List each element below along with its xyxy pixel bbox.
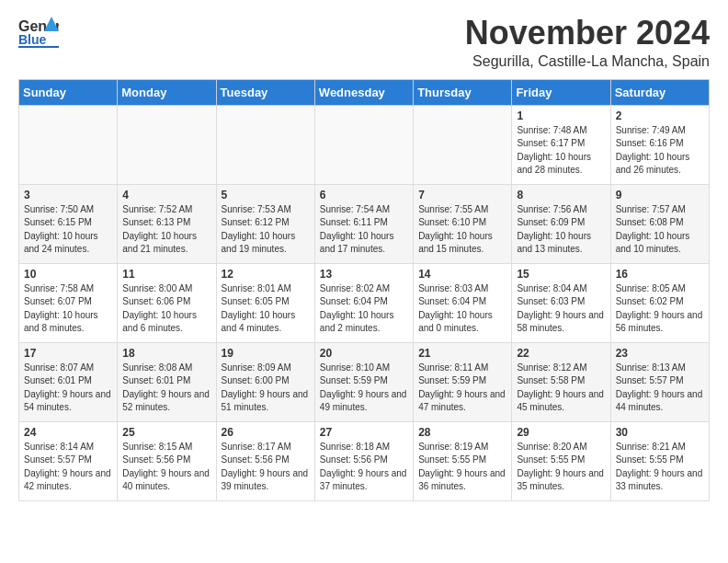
calendar-cell: 8Sunrise: 7:56 AM Sunset: 6:09 PM Daylig… <box>512 184 610 263</box>
weekday-header-saturday: Saturday <box>610 79 709 105</box>
calendar-cell: 11Sunrise: 8:00 AM Sunset: 6:06 PM Dayli… <box>118 263 216 342</box>
calendar-cell: 21Sunrise: 8:11 AM Sunset: 5:59 PM Dayli… <box>414 342 512 421</box>
day-info: Sunrise: 8:00 AM Sunset: 6:06 PM Dayligh… <box>122 282 210 336</box>
calendar-cell: 4Sunrise: 7:52 AM Sunset: 6:13 PM Daylig… <box>118 184 216 263</box>
day-number: 2 <box>616 109 704 122</box>
calendar-cell: 12Sunrise: 8:01 AM Sunset: 6:05 PM Dayli… <box>216 263 314 342</box>
calendar-cell: 17Sunrise: 8:07 AM Sunset: 6:01 PM Dayli… <box>19 342 118 421</box>
calendar-week-4: 24Sunrise: 8:14 AM Sunset: 5:57 PM Dayli… <box>19 421 710 500</box>
day-number: 12 <box>222 268 310 281</box>
weekday-header-sunday: Sunday <box>19 79 118 105</box>
calendar-cell <box>216 105 314 184</box>
day-info: Sunrise: 8:10 AM Sunset: 5:59 PM Dayligh… <box>320 362 408 415</box>
day-number: 4 <box>122 189 210 201</box>
weekday-header-friday: Friday <box>512 79 610 105</box>
weekday-header-thursday: Thursday <box>414 79 512 105</box>
day-number: 30 <box>616 426 704 439</box>
day-info: Sunrise: 7:50 AM Sunset: 6:15 PM Dayligh… <box>24 203 112 257</box>
calendar-cell: 19Sunrise: 8:09 AM Sunset: 6:00 PM Dayli… <box>216 342 314 421</box>
calendar-cell <box>118 105 216 184</box>
day-number: 21 <box>418 347 506 360</box>
day-info: Sunrise: 8:20 AM Sunset: 5:55 PM Dayligh… <box>517 441 605 494</box>
calendar-cell: 10Sunrise: 7:58 AM Sunset: 6:07 PM Dayli… <box>19 263 118 342</box>
logo-icon: General Blue <box>18 15 59 48</box>
weekday-header-row: SundayMondayTuesdayWednesdayThursdayFrid… <box>19 79 710 105</box>
day-number: 19 <box>222 347 310 360</box>
day-number: 16 <box>616 268 704 281</box>
day-info: Sunrise: 7:58 AM Sunset: 6:07 PM Dayligh… <box>24 282 112 336</box>
day-number: 29 <box>517 426 605 439</box>
day-number: 18 <box>122 347 210 360</box>
calendar-cell: 2Sunrise: 7:49 AM Sunset: 6:16 PM Daylig… <box>610 105 709 184</box>
calendar-cell: 1Sunrise: 7:48 AM Sunset: 6:17 PM Daylig… <box>512 105 610 184</box>
calendar-cell: 20Sunrise: 8:10 AM Sunset: 5:59 PM Dayli… <box>314 342 413 421</box>
day-number: 9 <box>616 189 704 201</box>
weekday-header-wednesday: Wednesday <box>314 79 413 105</box>
day-info: Sunrise: 8:14 AM Sunset: 5:57 PM Dayligh… <box>24 441 112 494</box>
calendar: SundayMondayTuesdayWednesdayThursdayFrid… <box>18 79 710 501</box>
day-info: Sunrise: 8:01 AM Sunset: 6:05 PM Dayligh… <box>222 282 310 336</box>
calendar-cell: 29Sunrise: 8:20 AM Sunset: 5:55 PM Dayli… <box>512 421 610 500</box>
calendar-cell: 7Sunrise: 7:55 AM Sunset: 6:10 PM Daylig… <box>414 184 512 263</box>
day-number: 28 <box>418 426 506 439</box>
day-info: Sunrise: 7:52 AM Sunset: 6:13 PM Dayligh… <box>122 203 210 257</box>
calendar-cell: 3Sunrise: 7:50 AM Sunset: 6:15 PM Daylig… <box>19 184 118 263</box>
calendar-cell: 23Sunrise: 8:13 AM Sunset: 5:57 PM Dayli… <box>610 342 709 421</box>
page: General Blue November 2024 Segurilla, Ca… <box>0 0 728 520</box>
day-number: 10 <box>24 268 112 281</box>
day-number: 15 <box>517 268 605 281</box>
calendar-week-2: 10Sunrise: 7:58 AM Sunset: 6:07 PM Dayli… <box>19 263 710 342</box>
day-info: Sunrise: 8:13 AM Sunset: 5:57 PM Dayligh… <box>616 362 704 415</box>
calendar-header: SundayMondayTuesdayWednesdayThursdayFrid… <box>19 79 710 105</box>
day-info: Sunrise: 8:04 AM Sunset: 6:03 PM Dayligh… <box>517 282 605 336</box>
calendar-cell: 27Sunrise: 8:18 AM Sunset: 5:56 PM Dayli… <box>314 421 413 500</box>
day-info: Sunrise: 8:03 AM Sunset: 6:04 PM Dayligh… <box>418 282 506 336</box>
day-number: 7 <box>418 189 506 201</box>
day-info: Sunrise: 7:55 AM Sunset: 6:10 PM Dayligh… <box>418 203 506 257</box>
day-number: 17 <box>24 347 112 360</box>
day-info: Sunrise: 8:07 AM Sunset: 6:01 PM Dayligh… <box>24 362 112 415</box>
day-number: 26 <box>222 426 310 439</box>
day-info: Sunrise: 8:19 AM Sunset: 5:55 PM Dayligh… <box>418 441 506 494</box>
day-number: 22 <box>517 347 605 360</box>
day-number: 6 <box>320 189 408 201</box>
calendar-cell: 18Sunrise: 8:08 AM Sunset: 6:01 PM Dayli… <box>118 342 216 421</box>
day-info: Sunrise: 8:18 AM Sunset: 5:56 PM Dayligh… <box>320 441 408 494</box>
calendar-cell: 6Sunrise: 7:54 AM Sunset: 6:11 PM Daylig… <box>314 184 413 263</box>
day-info: Sunrise: 8:15 AM Sunset: 5:56 PM Dayligh… <box>122 441 210 494</box>
day-number: 8 <box>517 189 605 201</box>
calendar-cell: 14Sunrise: 8:03 AM Sunset: 6:04 PM Dayli… <box>414 263 512 342</box>
calendar-cell: 9Sunrise: 7:57 AM Sunset: 6:08 PM Daylig… <box>610 184 709 263</box>
calendar-week-3: 17Sunrise: 8:07 AM Sunset: 6:01 PM Dayli… <box>19 342 710 421</box>
calendar-cell: 15Sunrise: 8:04 AM Sunset: 6:03 PM Dayli… <box>512 263 610 342</box>
day-info: Sunrise: 8:02 AM Sunset: 6:04 PM Dayligh… <box>320 282 408 336</box>
day-info: Sunrise: 7:48 AM Sunset: 6:17 PM Dayligh… <box>517 124 605 178</box>
day-number: 13 <box>320 268 408 281</box>
day-info: Sunrise: 8:17 AM Sunset: 5:56 PM Dayligh… <box>222 441 310 494</box>
weekday-header-tuesday: Tuesday <box>216 79 314 105</box>
calendar-cell <box>19 105 118 184</box>
day-info: Sunrise: 7:49 AM Sunset: 6:16 PM Dayligh… <box>616 124 704 178</box>
day-number: 23 <box>616 347 704 360</box>
calendar-week-0: 1Sunrise: 7:48 AM Sunset: 6:17 PM Daylig… <box>19 105 710 184</box>
day-number: 24 <box>24 426 112 439</box>
day-info: Sunrise: 8:11 AM Sunset: 5:59 PM Dayligh… <box>418 362 506 415</box>
calendar-cell: 16Sunrise: 8:05 AM Sunset: 6:02 PM Dayli… <box>610 263 709 342</box>
header: General Blue November 2024 Segurilla, Ca… <box>18 15 710 70</box>
calendar-cell: 25Sunrise: 8:15 AM Sunset: 5:56 PM Dayli… <box>118 421 216 500</box>
day-info: Sunrise: 8:12 AM Sunset: 5:58 PM Dayligh… <box>517 362 605 415</box>
calendar-cell: 26Sunrise: 8:17 AM Sunset: 5:56 PM Dayli… <box>216 421 314 500</box>
calendar-cell: 13Sunrise: 8:02 AM Sunset: 6:04 PM Dayli… <box>314 263 413 342</box>
day-number: 3 <box>24 189 112 201</box>
day-info: Sunrise: 8:21 AM Sunset: 5:55 PM Dayligh… <box>616 441 704 494</box>
day-info: Sunrise: 7:57 AM Sunset: 6:08 PM Dayligh… <box>616 203 704 257</box>
day-info: Sunrise: 8:05 AM Sunset: 6:02 PM Dayligh… <box>616 282 704 336</box>
day-info: Sunrise: 8:08 AM Sunset: 6:01 PM Dayligh… <box>122 362 210 415</box>
location-subtitle: Segurilla, Castille-La Mancha, Spain <box>465 53 710 70</box>
calendar-body: 1Sunrise: 7:48 AM Sunset: 6:17 PM Daylig… <box>19 105 710 500</box>
svg-text:Blue: Blue <box>18 32 47 47</box>
day-number: 14 <box>418 268 506 281</box>
title-area: November 2024 Segurilla, Castille-La Man… <box>465 15 710 70</box>
month-title: November 2024 <box>465 15 710 52</box>
logo: General Blue <box>18 15 59 48</box>
